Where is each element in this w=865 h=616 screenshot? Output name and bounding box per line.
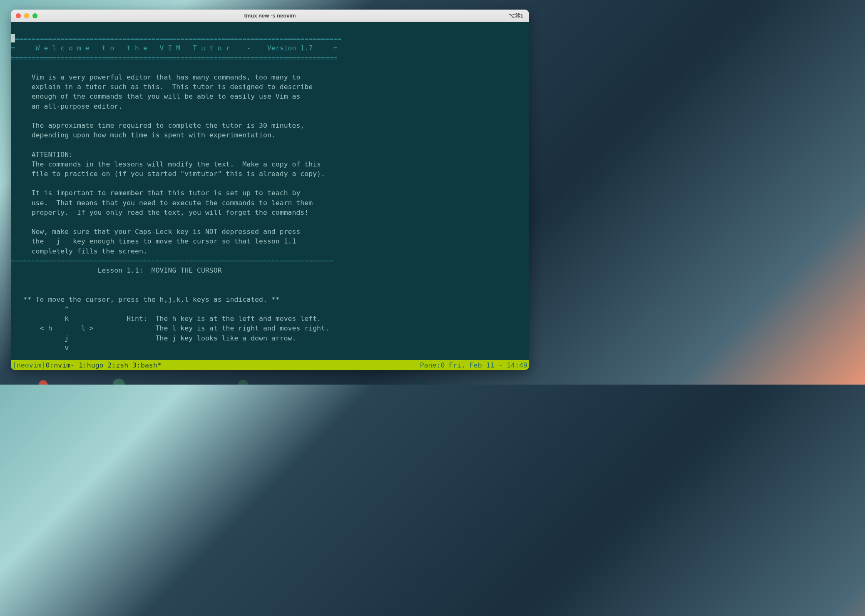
cursor bbox=[11, 34, 15, 42]
tmux-statusbar: [neovim] 0:nvim- 1:hugo 2:zsh 3:bash* Pa… bbox=[11, 360, 529, 370]
statusbar-left: [neovim] 0:nvim- 1:hugo 2:zsh 3:bash* bbox=[12, 361, 162, 369]
tutor-text: depending upon how much time is spent wi… bbox=[11, 131, 276, 139]
tutor-text: enough of the commands that you will be … bbox=[11, 92, 300, 100]
tutor-text: completely fills the screen. bbox=[11, 247, 147, 255]
tutor-text: Now, make sure that your Caps-Lock key i… bbox=[11, 228, 300, 236]
terminal-window: tmux new -s neovim ⌥⌘1 =================… bbox=[11, 10, 529, 370]
statusbar-right: Pane:0 Fri, Feb 11 - 14:49 bbox=[420, 361, 527, 369]
desktop-wallpaper-foliage bbox=[0, 372, 540, 385]
tutor-text: The approximate time required to complet… bbox=[11, 122, 304, 129]
separator-line: ========================================… bbox=[15, 35, 342, 42]
tutor-text: explain in a tutor such as this. This tu… bbox=[11, 83, 313, 91]
titlebar: tmux new -s neovim ⌥⌘1 bbox=[11, 10, 529, 22]
separator-wave: ~~~~~~~~~~~~~~~~~~~~~~~~~~~~~~~~~~~~~~~~… bbox=[11, 257, 333, 265]
instruction-text: ** To move the cursor, press the h,j,k,l… bbox=[11, 296, 280, 303]
tutor-text: ATTENTION: bbox=[11, 151, 73, 159]
tutor-text: The commands in the lessons will modify … bbox=[11, 160, 321, 168]
window-shortcut: ⌥⌘1 bbox=[509, 12, 523, 19]
header-line: = W e l c o m e t o t h e V I M T u t o … bbox=[11, 44, 338, 52]
key-diagram: k Hint: The h key is at the left and mov… bbox=[11, 315, 321, 323]
lesson-title: Lesson 1.1: MOVING THE CURSOR bbox=[11, 266, 222, 274]
tutor-text: properly. If you only read the text, you… bbox=[11, 209, 308, 216]
tutor-text: use. That means that you need to execute… bbox=[11, 199, 313, 207]
tutor-text: an all-purpose editor. bbox=[11, 102, 122, 110]
tutor-text: Vim is a very powerful editor that has m… bbox=[11, 73, 300, 81]
key-diagram: v bbox=[11, 344, 69, 352]
window-list[interactable]: 0:nvim- 1:hugo 2:zsh 3:bash* bbox=[45, 361, 161, 369]
session-name: [neovim] bbox=[12, 361, 45, 369]
window-title: tmux new -s neovim bbox=[11, 12, 529, 19]
tutor-text: It is important to remember that this tu… bbox=[11, 189, 300, 197]
tutor-text: the j key enough times to move the curso… bbox=[11, 237, 296, 245]
key-diagram: j The j key looks like a down arrow. bbox=[11, 334, 296, 342]
tutor-text: file to practice on (if you started "vim… bbox=[11, 170, 325, 178]
key-diagram: < h l > The l key is at the right and mo… bbox=[11, 324, 329, 332]
key-diagram: ^ bbox=[11, 305, 69, 313]
terminal-content[interactable]: ========================================… bbox=[11, 22, 529, 360]
separator-line: ========================================… bbox=[11, 54, 338, 62]
